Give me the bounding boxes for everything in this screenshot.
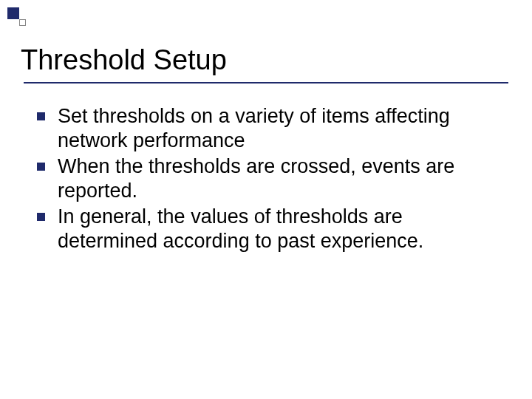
- bullet-list: Set thresholds on a variety of items aff…: [24, 104, 508, 253]
- corner-decoration-icon: [7, 7, 28, 28]
- square-bullet-icon: [37, 163, 45, 171]
- bullet-text: When the thresholds are crossed, events …: [58, 155, 454, 202]
- bullet-text: In general, the values of thresholds are…: [58, 205, 423, 252]
- list-item: Set thresholds on a variety of items aff…: [58, 104, 501, 153]
- list-item: In general, the values of thresholds are…: [58, 205, 501, 253]
- slide-container: Threshold Setup Set thresholds on a vari…: [0, 0, 532, 399]
- bullet-text: Set thresholds on a variety of items aff…: [58, 105, 450, 151]
- title-underline: [24, 82, 508, 83]
- square-bullet-icon: [37, 112, 45, 120]
- list-item: When the thresholds are crossed, events …: [58, 154, 501, 203]
- slide-title: Threshold Setup: [21, 44, 508, 76]
- square-bullet-icon: [37, 213, 45, 221]
